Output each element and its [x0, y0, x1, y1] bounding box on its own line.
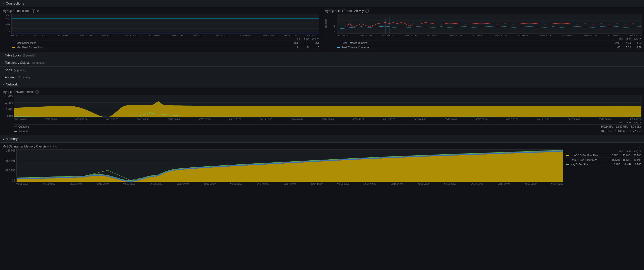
mysql-connections-panel: MySQL Connections i ⧉ 200 150 100 50 0: [0, 7, 322, 52]
innodb-log-dot: [566, 160, 569, 160]
mysql-connections-x-labels: 06/11 00:00 06/11 12:00 06/12 00:00 06/1…: [11, 34, 319, 37]
mysql-connections-external-icon[interactable]: ⧉: [37, 9, 39, 13]
peak-threads-running-label: Peak Threads Running: [342, 42, 367, 44]
memory-panel: MySQL Internal Memory Overview i ⧉ ⤢ 143…: [0, 142, 644, 187]
network-section: ∨ Network MySQL Network Traffic i 15 kB/…: [0, 81, 644, 135]
mysql-connections-title-row: MySQL Connections i ⧉: [3, 9, 319, 13]
memory-y-axis: 143 MiB 95.4 MiB 47.7 MiB 0 B: [3, 149, 16, 182]
mysql-client-thread-panel: MySQL Client Thread Activity i Threads 6…: [322, 7, 644, 52]
mysql-connections-info-icon[interactable]: i: [32, 9, 35, 13]
connections-header[interactable]: ∨ Connections: [0, 0, 644, 7]
network-legend: min max avg ▼ Outbound 550.34 B/s 12.62 …: [14, 121, 641, 133]
connections-section: ∨ Connections MySQL Connections i ⧉ 200 …: [0, 0, 644, 52]
thread-legend: min max avg ▼ Peak Threads Running 2.00 …: [337, 37, 641, 50]
outbound-dot: [14, 127, 17, 127]
innodb-log-label: InnoDB Log Buffer Size: [571, 159, 597, 161]
thread-y-axis-area: Threads 6 4 2 0: [325, 14, 337, 34]
mysql-client-thread-info-icon[interactable]: i: [365, 9, 369, 13]
inbound-label: Inbound: [18, 130, 28, 133]
peak-threads-connected-row: Peak Threads Connected 1.00 5.00 2.69: [337, 45, 641, 50]
innodb-log-buffer-row: InnoDB Log Buffer Size 16 MiB 16 MiB 16 …: [566, 158, 641, 162]
temporary-objects-label: Temporary Objects: [5, 61, 30, 65]
memory-chart: [16, 149, 563, 182]
memory-chart-row: 143 MiB 95.4 MiB 47.7 MiB 0 B: [3, 149, 641, 185]
key-buffer-size-row: Key Buffer Size 8 MiB 8 MiB 8 MiB: [566, 162, 641, 167]
table-locks-count: (2 panels): [23, 54, 35, 57]
aborted-section[interactable]: › Aborted (2 panels): [0, 74, 644, 81]
innodb-buffer-label: InnoDB Buffer Pool Data: [571, 154, 598, 157]
memory-legend-panel: min max avg ▼ InnoDB Buffer Pool Data 16…: [563, 149, 641, 185]
network-traffic-panel: MySQL Network Traffic i 15 kB/s 10 kB/s …: [0, 88, 644, 135]
thread-x-labels: 06/11 00:00 06/11 12:00 06/12 00:00 06/1…: [337, 34, 641, 37]
max-connections-stats: 151 151 151: [290, 42, 319, 44]
max-used-connections-dot: [12, 47, 15, 48]
connections-stat-header: min max avg ▼: [12, 37, 319, 41]
memory-internal-info-icon[interactable]: i: [50, 145, 54, 148]
temporary-objects-arrow: ›: [3, 62, 3, 64]
mysql-connections-chart-area: 06/11 00:00 06/11 12:00 06/12 00:00 06/1…: [11, 14, 319, 37]
max-used-connections-legend-row: Max Used Connections 1 5 5: [12, 45, 319, 50]
temporary-objects-count: (2 panels): [32, 61, 45, 64]
network-traffic-title-row: MySQL Network Traffic i: [3, 90, 641, 94]
network-y-axis: 15 kB/s 10 kB/s 5 kB/s 0 B/s: [3, 95, 14, 117]
network-traffic-info-icon[interactable]: i: [35, 90, 39, 94]
network-chart: [14, 95, 641, 117]
sorts-label: Sorts: [5, 68, 12, 72]
memory-expand-icon[interactable]: ⤢: [639, 145, 641, 149]
mysql-client-thread-label: MySQL Client Thread Activity: [325, 9, 364, 13]
max-connections-dot: [12, 43, 15, 43]
thread-chart: [337, 14, 641, 34]
memory-x-labels: 06/11 00:00 06/11 08:00 06/11 16:00 06/1…: [16, 183, 563, 185]
table-locks-arrow: ›: [3, 54, 3, 57]
aborted-label: Aborted: [5, 76, 15, 79]
max-connections-label: Max Connections: [17, 42, 36, 44]
network-header[interactable]: ∨ Network: [0, 81, 644, 88]
memory-internal-label: MySQL Internal Memory Overview: [3, 145, 49, 148]
inbound-legend-row: Inbound 18.15 B/s 2.58 kB/s 713.42 kB/s: [14, 129, 641, 133]
peak-threads-connected-dot: [337, 47, 340, 48]
threads-y-label: Threads: [325, 19, 327, 28]
peak-threads-running-dot: [337, 43, 340, 43]
temporary-objects-section[interactable]: › Temporary Objects (2 panels): [0, 59, 644, 66]
outbound-legend-row: Outbound 550.34 B/s 12.62 kB/s 8.03 kB/s: [14, 124, 641, 129]
memory-chart-and-legend: 06/11 00:00 06/11 08:00 06/11 16:00 06/1…: [16, 149, 641, 185]
memory-title: Memory: [6, 137, 18, 141]
mysql-connections-y-axis: 200 150 100 50 0: [3, 14, 11, 34]
key-buffer-dot: [566, 164, 569, 165]
memory-collapse-arrow: ∨: [3, 137, 4, 140]
mysql-connections-chart: [11, 14, 319, 34]
outbound-label: Outbound: [18, 125, 30, 128]
table-locks-label: Table Locks: [5, 54, 21, 57]
network-traffic-label: MySQL Network Traffic: [3, 90, 34, 94]
memory-chart-column: 06/11 00:00 06/11 08:00 06/11 16:00 06/1…: [16, 149, 563, 185]
network-title: Network: [6, 82, 18, 86]
mysql-connections-legend: min max avg ▼ Max Connections 151 151 15…: [12, 37, 319, 50]
inbound-dot: [14, 131, 17, 132]
memory-internal-external-icon[interactable]: ⧉: [55, 145, 57, 148]
aborted-arrow: ›: [3, 76, 3, 79]
network-x-labels: 06/11 00:00 06/11 08:00 06/11 16:00 06/1…: [14, 118, 641, 121]
network-collapse-arrow: ∨: [3, 83, 4, 86]
connections-title: Connections: [6, 2, 24, 5]
connections-dual-panel: MySQL Connections i ⧉ 200 150 100 50 0: [0, 7, 644, 52]
peak-threads-running-row: Peak Threads Running 2.00 4.00 3.52: [337, 41, 641, 45]
mysql-connections-label: MySQL Connections: [3, 9, 30, 13]
sorts-section[interactable]: › Sorts (2 panels): [0, 66, 644, 74]
aborted-count: (2 panels): [17, 76, 30, 79]
memory-title-row: MySQL Internal Memory Overview i ⧉ ⤢: [3, 145, 641, 149]
mysql-client-thread-title-row: MySQL Client Thread Activity i: [325, 9, 641, 13]
connections-collapse-arrow: ∨: [3, 2, 4, 5]
max-used-connections-stats: 1 5 5: [290, 46, 319, 49]
innodb-buffer-dot: [566, 155, 569, 156]
key-buffer-label: Key Buffer Size: [571, 163, 588, 166]
network-chart-area: 06/11 00:00 06/11 08:00 06/11 16:00 06/1…: [14, 95, 641, 121]
thread-y-values: 6 4 2 0: [334, 14, 336, 34]
network-chart-row: 15 kB/s 10 kB/s 5 kB/s 0 B/s: [3, 95, 641, 121]
memory-top-right-controls: ⤢: [639, 145, 641, 149]
table-locks-section[interactable]: › Table Locks (2 panels): [0, 52, 644, 59]
thread-chart-row: Threads 6 4 2 0: [325, 14, 641, 37]
memory-header[interactable]: ∨ Memory: [0, 135, 644, 142]
mysql-connections-chart-row: 200 150 100 50 0: [3, 14, 319, 37]
max-used-connections-label: Max Used Connections: [17, 46, 43, 49]
sorts-arrow: ›: [3, 69, 3, 72]
